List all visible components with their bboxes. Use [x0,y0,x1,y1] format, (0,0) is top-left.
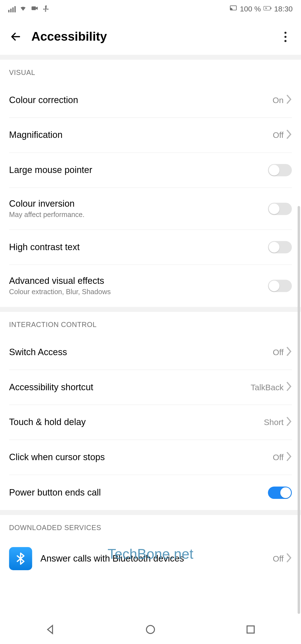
chevron-right-icon [286,130,292,140]
row-advanced-visual-effects[interactable]: Advanced visual effects Colour extractio… [9,265,292,307]
svg-point-4 [146,625,154,633]
toggle-advanced-visual-effects[interactable] [268,280,292,292]
chevron-right-icon [286,382,292,392]
row-colour-correction[interactable]: Colour correction On [9,83,292,118]
row-value: Off [273,130,284,140]
scrollbar[interactable] [298,206,300,614]
row-label: Advanced visual effects [9,275,264,286]
nav-home-button[interactable] [145,624,156,636]
row-value: Short [264,418,284,427]
battery-text: 100 % [240,5,261,14]
row-high-contrast-text[interactable]: High contrast text [9,230,292,265]
row-label: Answer calls with Bluetooth devices [40,553,197,564]
toggle-large-mouse-pointer[interactable] [268,164,292,176]
svg-rect-0 [31,6,36,10]
row-switch-access[interactable]: Switch Access Off [9,335,292,370]
row-value: Off [273,554,284,564]
row-label: Click when cursor stops [9,452,269,462]
row-value: On [273,95,283,105]
row-value: Off [273,453,284,462]
section-header-visual: VISUAL [0,60,301,83]
row-bluetooth-calls[interactable]: Answer calls with Bluetooth devices Off [9,538,292,579]
nav-back-button[interactable] [45,624,55,636]
app-header: Accessibility [0,19,301,55]
svg-rect-2 [264,6,270,10]
status-bar: 100 % 18:30 [0,0,301,19]
chevron-right-icon [286,452,292,462]
row-touch-hold-delay[interactable]: Touch & hold delay Short [9,405,292,440]
row-power-button-ends-call[interactable]: Power button ends call [9,475,292,510]
cast-icon [229,4,237,14]
wifi-icon [19,4,27,14]
row-value: TalkBack [251,382,283,392]
back-button[interactable] [8,28,24,45]
row-label: Large mouse pointer [9,165,264,175]
clock-text: 18:30 [274,5,293,14]
section-header-downloaded: DOWNLOADED SERVICES [0,515,301,538]
row-label: Colour inversion [9,198,264,209]
row-label: Accessibility shortcut [9,382,247,392]
system-nav-bar [0,618,301,643]
svg-rect-5 [247,626,254,633]
row-sublabel: May affect performance. [9,211,264,219]
row-label: Touch & hold delay [9,417,260,428]
toggle-high-contrast-text[interactable] [268,241,292,253]
bluetooth-icon [9,547,32,570]
section-header-interaction: INTERACTION CONTROL [0,312,301,335]
svg-rect-3 [271,8,271,9]
row-accessibility-shortcut[interactable]: Accessibility shortcut TalkBack [9,370,292,405]
chevron-right-icon [286,347,292,357]
toggle-colour-inversion[interactable] [268,203,292,215]
row-value: Off [273,348,284,357]
battery-icon [263,4,272,14]
page-title: Accessibility [31,30,277,43]
row-label: Colour correction [9,95,269,105]
row-large-mouse-pointer[interactable]: Large mouse pointer [9,153,292,188]
camera-icon [30,4,39,14]
row-label: Switch Access [9,347,269,357]
chevron-right-icon [286,417,292,428]
overflow-menu-button[interactable] [277,28,293,45]
chevron-right-icon [286,553,292,564]
row-sublabel: Colour extraction, Blur, Shadows [9,288,264,296]
row-colour-inversion[interactable]: Colour inversion May affect performance. [9,188,292,230]
toggle-power-button-ends-call[interactable] [268,486,292,499]
nav-recent-button[interactable] [245,624,256,636]
row-click-when-cursor-stops[interactable]: Click when cursor stops Off [9,440,292,475]
chevron-right-icon [286,95,292,105]
row-label: High contrast text [9,242,264,252]
row-label: Power button ends call [9,487,264,498]
row-label: Magnification [9,130,269,140]
row-magnification[interactable]: Magnification Off [9,118,292,153]
usb-icon [42,4,50,14]
signal-icon [8,6,16,12]
